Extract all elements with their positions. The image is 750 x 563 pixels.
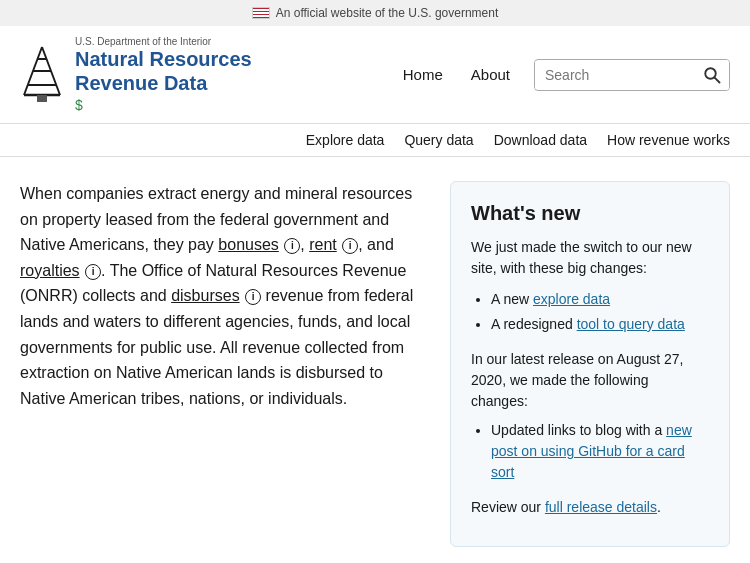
us-flag-icon [252, 7, 270, 19]
review-text: Review our full release details. [471, 497, 709, 518]
panel-title: What's new [471, 202, 709, 225]
query-data-link[interactable]: tool to query data [577, 316, 685, 332]
site-title: Natural Resources Revenue Data [75, 47, 252, 95]
main-nav: Home About [391, 58, 730, 91]
search-input[interactable] [535, 61, 695, 89]
panel-release-item-1: Updated links to blog with a new post on… [491, 420, 709, 483]
dollar-symbol: $ [75, 97, 252, 113]
intro-text: When companies extract energy and minera… [20, 181, 426, 547]
panel-list-item-2: A redesigned tool to query data [491, 314, 709, 335]
gov-banner-text: An official website of the U.S. governme… [276, 6, 499, 20]
bonuses-link[interactable]: bonuses [218, 236, 279, 253]
review-suffix: . [657, 499, 661, 515]
sub-nav: Explore data Query data Download data Ho… [0, 124, 750, 157]
panel-main-list: A new explore data A redesigned tool to … [471, 289, 709, 335]
sub-nav-explore-data[interactable]: Explore data [306, 132, 385, 148]
royalties-info-icon[interactable]: i [85, 264, 101, 280]
panel-intro: We just made the switch to our new site,… [471, 237, 709, 279]
rent-info-icon[interactable]: i [342, 238, 358, 254]
explore-data-link[interactable]: explore data [533, 291, 610, 307]
dept-label: U.S. Department of the Interior [75, 36, 252, 47]
query-prefix: A redesigned [491, 316, 577, 332]
svg-rect-6 [37, 95, 47, 102]
release-intro: In our latest release on August 27, 2020… [471, 349, 709, 412]
site-header: U.S. Department of the Interior Natural … [0, 26, 750, 124]
sub-nav-query-data[interactable]: Query data [404, 132, 473, 148]
royalties-link[interactable]: royalties [20, 262, 80, 279]
disburses-info-icon[interactable]: i [245, 289, 261, 305]
panel-release-list: Updated links to blog with a new post on… [471, 420, 709, 483]
search-form [534, 59, 730, 91]
logo-text: U.S. Department of the Interior Natural … [75, 36, 252, 113]
main-content: When companies extract energy and minera… [0, 157, 750, 563]
gov-banner: An official website of the U.S. governme… [0, 0, 750, 26]
release-prefix: Updated links to blog with a [491, 422, 666, 438]
derrick-icon [20, 45, 65, 105]
search-icon [703, 66, 721, 84]
sub-nav-how-revenue-works[interactable]: How revenue works [607, 132, 730, 148]
sub-nav-download-data[interactable]: Download data [494, 132, 587, 148]
whats-new-panel: What's new We just made the switch to ou… [450, 181, 730, 547]
search-button[interactable] [695, 60, 729, 90]
panel-list-item-1: A new explore data [491, 289, 709, 310]
release-details-link[interactable]: full release details [545, 499, 657, 515]
svg-line-8 [715, 77, 720, 82]
rent-link[interactable]: rent [309, 236, 337, 253]
review-prefix: Review our [471, 499, 545, 515]
bonuses-info-icon[interactable]: i [284, 238, 300, 254]
home-nav-link[interactable]: Home [391, 58, 455, 91]
explore-prefix: A new [491, 291, 533, 307]
disburses-link[interactable]: disburses [171, 287, 239, 304]
about-nav-link[interactable]: About [459, 58, 522, 91]
body-text-3: revenue from federal lands and waters to… [20, 287, 413, 406]
site-logo[interactable]: U.S. Department of the Interior Natural … [20, 36, 252, 113]
